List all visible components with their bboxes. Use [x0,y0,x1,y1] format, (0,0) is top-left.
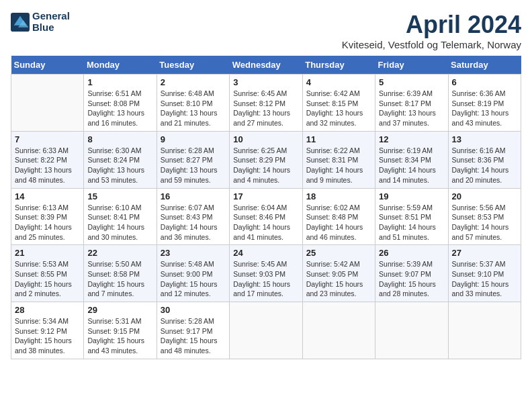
day-number: 10 [233,134,298,144]
calendar-cell: 7Sunrise: 6:33 AM Sunset: 8:22 PM Daylig… [11,131,84,188]
day-info: Sunrise: 6:51 AM Sunset: 8:08 PM Dayligh… [87,89,152,128]
day-info: Sunrise: 6:07 AM Sunset: 8:43 PM Dayligh… [161,203,226,242]
day-number: 24 [233,248,298,258]
calendar-cell: 13Sunrise: 6:16 AM Sunset: 8:36 PM Dayli… [448,131,521,188]
calendar-cell: 28Sunrise: 5:34 AM Sunset: 9:12 PM Dayli… [11,302,84,359]
day-info: Sunrise: 6:33 AM Sunset: 8:22 PM Dayligh… [15,146,80,185]
day-number: 25 [306,248,371,258]
day-number: 7 [15,134,80,144]
day-info: Sunrise: 6:28 AM Sunset: 8:27 PM Dayligh… [161,146,226,185]
calendar-cell: 23Sunrise: 5:48 AM Sunset: 9:00 PM Dayli… [157,245,229,302]
day-info: Sunrise: 5:37 AM Sunset: 9:10 PM Dayligh… [452,259,517,299]
day-info: Sunrise: 6:30 AM Sunset: 8:24 PM Dayligh… [87,146,152,185]
calendar-cell: 17Sunrise: 6:04 AM Sunset: 8:46 PM Dayli… [230,188,302,245]
calendar-cell: 16Sunrise: 6:07 AM Sunset: 8:43 PM Dayli… [157,188,229,245]
weekday-header-monday: Monday [84,56,157,75]
day-number: 22 [87,248,152,258]
calendar-cell [375,302,448,359]
day-number: 2 [161,77,226,87]
calendar-cell: 8Sunrise: 6:30 AM Sunset: 8:24 PM Daylig… [84,131,157,188]
calendar-cell: 18Sunrise: 6:02 AM Sunset: 8:48 PM Dayli… [302,188,375,245]
day-info: Sunrise: 5:42 AM Sunset: 9:05 PM Dayligh… [306,259,371,299]
calendar-body: 1Sunrise: 6:51 AM Sunset: 8:08 PM Daylig… [11,75,521,359]
day-info: Sunrise: 5:53 AM Sunset: 8:55 PM Dayligh… [15,259,80,299]
weekday-header-friday: Friday [375,56,448,75]
calendar-cell: 29Sunrise: 5:31 AM Sunset: 9:15 PM Dayli… [84,302,157,359]
day-number: 23 [161,248,226,258]
day-info: Sunrise: 5:39 AM Sunset: 9:07 PM Dayligh… [379,259,444,299]
logo-line2: Blue [32,21,54,33]
day-info: Sunrise: 6:19 AM Sunset: 8:34 PM Dayligh… [379,146,444,185]
calendar-cell: 24Sunrise: 5:45 AM Sunset: 9:03 PM Dayli… [230,245,302,302]
weekday-header-tuesday: Tuesday [157,56,229,75]
main-title: April 2024 [342,11,521,39]
day-number: 12 [379,134,444,144]
day-number: 28 [15,305,80,315]
weekday-row: SundayMondayTuesdayWednesdayThursdayFrid… [11,56,521,75]
calendar-cell: 11Sunrise: 6:22 AM Sunset: 8:31 PM Dayli… [302,131,375,188]
day-number: 9 [161,134,226,144]
day-info: Sunrise: 6:02 AM Sunset: 8:48 PM Dayligh… [306,203,371,242]
calendar-cell: 20Sunrise: 5:56 AM Sunset: 8:53 PM Dayli… [448,188,521,245]
day-info: Sunrise: 6:48 AM Sunset: 8:10 PM Dayligh… [161,89,226,128]
calendar-table: SundayMondayTuesdayWednesdayThursdayFrid… [11,56,521,359]
calendar-cell [302,302,375,359]
weekday-header-saturday: Saturday [448,56,521,75]
day-info: Sunrise: 5:34 AM Sunset: 9:12 PM Dayligh… [15,316,80,356]
day-info: Sunrise: 6:45 AM Sunset: 8:12 PM Dayligh… [233,89,298,128]
calendar-cell: 30Sunrise: 5:28 AM Sunset: 9:17 PM Dayli… [157,302,229,359]
calendar-cell: 22Sunrise: 5:50 AM Sunset: 8:58 PM Dayli… [84,245,157,302]
day-number: 30 [161,305,226,315]
day-info: Sunrise: 6:10 AM Sunset: 8:41 PM Dayligh… [87,203,152,242]
calendar-cell: 15Sunrise: 6:10 AM Sunset: 8:41 PM Dayli… [84,188,157,245]
day-number: 1 [87,77,152,87]
day-info: Sunrise: 5:56 AM Sunset: 8:53 PM Dayligh… [452,203,517,242]
calendar-cell: 21Sunrise: 5:53 AM Sunset: 8:55 PM Dayli… [11,245,84,302]
day-info: Sunrise: 6:39 AM Sunset: 8:17 PM Dayligh… [379,89,444,128]
day-info: Sunrise: 5:31 AM Sunset: 9:15 PM Dayligh… [87,316,152,356]
weekday-header-thursday: Thursday [302,56,375,75]
day-info: Sunrise: 5:45 AM Sunset: 9:03 PM Dayligh… [233,259,298,299]
day-number: 20 [452,191,517,201]
day-number: 8 [87,134,152,144]
calendar-cell [11,75,84,132]
day-info: Sunrise: 5:28 AM Sunset: 9:17 PM Dayligh… [161,316,226,356]
calendar-cell: 4Sunrise: 6:42 AM Sunset: 8:15 PM Daylig… [302,75,375,132]
day-info: Sunrise: 6:25 AM Sunset: 8:29 PM Dayligh… [233,146,298,185]
week-row-5: 28Sunrise: 5:34 AM Sunset: 9:12 PM Dayli… [11,302,521,359]
day-number: 6 [452,77,517,87]
logo: General Blue [11,11,70,33]
calendar-cell [230,302,302,359]
calendar-cell [448,302,521,359]
day-number: 19 [379,191,444,201]
logo-line1: General [32,10,70,21]
calendar-cell: 25Sunrise: 5:42 AM Sunset: 9:05 PM Dayli… [302,245,375,302]
calendar-header: SundayMondayTuesdayWednesdayThursdayFrid… [11,56,521,75]
day-number: 5 [379,77,444,87]
week-row-4: 21Sunrise: 5:53 AM Sunset: 8:55 PM Dayli… [11,245,521,302]
logo-icon [11,13,30,32]
week-row-1: 1Sunrise: 6:51 AM Sunset: 8:08 PM Daylig… [11,75,521,132]
day-number: 11 [306,134,371,144]
day-info: Sunrise: 5:50 AM Sunset: 8:58 PM Dayligh… [87,259,152,299]
day-number: 27 [452,248,517,258]
day-info: Sunrise: 6:13 AM Sunset: 8:39 PM Dayligh… [15,203,80,242]
subtitle: Kviteseid, Vestfold og Telemark, Norway [342,39,521,50]
day-number: 21 [15,248,80,258]
calendar-cell: 6Sunrise: 6:36 AM Sunset: 8:19 PM Daylig… [448,75,521,132]
day-number: 29 [87,305,152,315]
day-number: 14 [15,191,80,201]
page-header: General Blue April 2024 Kviteseid, Vestf… [11,11,521,50]
calendar-cell: 10Sunrise: 6:25 AM Sunset: 8:29 PM Dayli… [230,131,302,188]
weekday-header-wednesday: Wednesday [230,56,302,75]
calendar-cell: 5Sunrise: 6:39 AM Sunset: 8:17 PM Daylig… [375,75,448,132]
day-info: Sunrise: 5:59 AM Sunset: 8:51 PM Dayligh… [379,203,444,242]
day-number: 17 [233,191,298,201]
calendar-cell: 3Sunrise: 6:45 AM Sunset: 8:12 PM Daylig… [230,75,302,132]
calendar-cell: 1Sunrise: 6:51 AM Sunset: 8:08 PM Daylig… [84,75,157,132]
calendar-cell: 12Sunrise: 6:19 AM Sunset: 8:34 PM Dayli… [375,131,448,188]
day-number: 16 [161,191,226,201]
title-block: April 2024 Kviteseid, Vestfold og Telema… [342,11,521,50]
day-info: Sunrise: 6:04 AM Sunset: 8:46 PM Dayligh… [233,203,298,242]
week-row-2: 7Sunrise: 6:33 AM Sunset: 8:22 PM Daylig… [11,131,521,188]
